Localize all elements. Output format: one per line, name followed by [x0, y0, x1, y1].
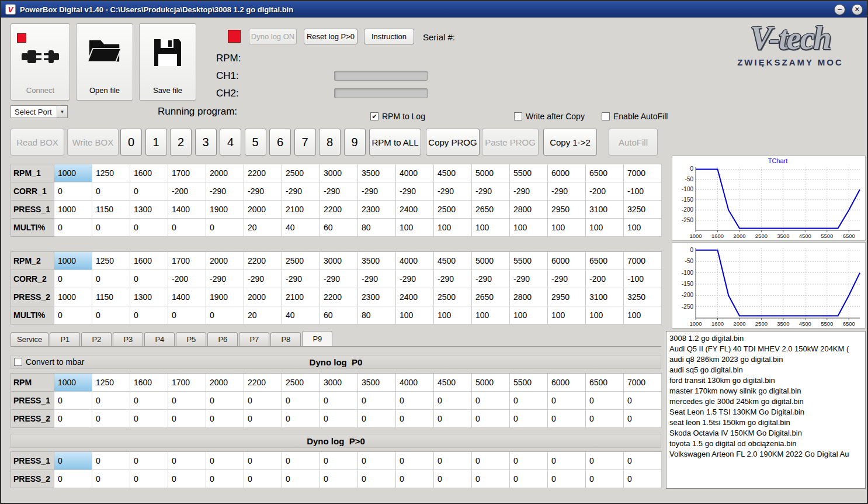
table-cell[interactable]: 0 [168, 392, 206, 410]
table-cell[interactable]: 80 [358, 219, 396, 237]
digit-button-0[interactable]: 0 [120, 129, 142, 156]
table-cell[interactable]: 0 [92, 410, 130, 428]
table-cell[interactable]: 0 [168, 470, 206, 488]
table-cell[interactable]: 5000 [472, 374, 510, 392]
table-cell[interactable]: 2500 [434, 201, 472, 219]
table-cell[interactable]: 100 [624, 306, 662, 325]
table-cell[interactable]: 0 [130, 270, 168, 288]
table-cell[interactable]: 0 [472, 410, 510, 428]
table-cell[interactable]: 3000 [320, 374, 358, 392]
table-cell[interactable]: 0 [510, 392, 548, 410]
digit-button-4[interactable]: 4 [220, 129, 241, 156]
table-cell[interactable]: 2300 [358, 201, 396, 219]
table-cell[interactable]: 0 [168, 452, 206, 470]
table-cell[interactable]: 2650 [472, 288, 510, 306]
table-cell[interactable]: 1150 [92, 288, 130, 306]
table-cell[interactable]: 0 [320, 410, 358, 428]
table-cell[interactable]: 1300 [130, 288, 168, 306]
table-cell[interactable]: 2650 [472, 201, 510, 219]
table-cell[interactable]: 2000 [244, 288, 282, 306]
table-cell[interactable]: 0 [92, 182, 130, 201]
table-cell[interactable]: -290 [320, 270, 358, 288]
table-cell[interactable]: -290 [358, 270, 396, 288]
table-cell[interactable]: -290 [282, 270, 320, 288]
table-cell[interactable]: 0 [206, 219, 244, 237]
table-cell[interactable]: 1300 [130, 201, 168, 219]
convert-to-mbar-checkbox[interactable]: Convert to mbar [14, 357, 84, 367]
table-cell[interactable]: 2500 [282, 374, 320, 392]
table-cell[interactable]: 100 [548, 219, 586, 237]
table-cell[interactable]: -100 [624, 270, 662, 288]
table-cell[interactable]: 60 [320, 306, 358, 325]
table-cell[interactable]: 0 [92, 452, 130, 470]
table-cell[interactable]: -290 [472, 270, 510, 288]
table-cell[interactable]: 2400 [396, 201, 434, 219]
tab-p8[interactable]: P8 [270, 332, 301, 346]
table-cell[interactable]: 0 [396, 452, 434, 470]
table-cell[interactable]: 2200 [244, 252, 282, 270]
table-cell[interactable]: 2200 [320, 201, 358, 219]
table-cell[interactable]: 5000 [472, 252, 510, 270]
table-cell[interactable]: 0 [244, 452, 282, 470]
table-cell[interactable]: 100 [434, 306, 472, 325]
table-cell[interactable]: 0 [282, 452, 320, 470]
table-cell[interactable]: 0 [130, 306, 168, 325]
table-cell[interactable]: 0 [396, 470, 434, 488]
write-after-copy-checkbox[interactable]: Write after Copy [514, 112, 585, 121]
digit-button-5[interactable]: 5 [245, 129, 266, 156]
table-cell[interactable]: 0 [472, 452, 510, 470]
tab-p4[interactable]: P4 [144, 332, 175, 346]
table-cell[interactable]: -200 [586, 270, 624, 288]
table-cell[interactable]: 0 [130, 470, 168, 488]
table-cell[interactable]: 100 [548, 306, 586, 325]
table-cell[interactable]: -290 [472, 182, 510, 201]
open-file-button[interactable]: Open file [76, 23, 133, 101]
file-list-item[interactable]: toyota 1.5 go digital od obciążenia.bin [669, 439, 862, 449]
table-cell[interactable]: -290 [206, 270, 244, 288]
file-list-item[interactable]: audi sq5 go digital.bin [669, 365, 862, 375]
table-cell[interactable]: 40 [282, 219, 320, 237]
table-cell[interactable]: 100 [586, 219, 624, 237]
table-cell[interactable]: 1900 [206, 288, 244, 306]
write-box-button[interactable]: Write BOX [67, 129, 119, 156]
table-cell[interactable]: 7000 [624, 164, 662, 182]
digit-button-7[interactable]: 7 [294, 129, 316, 156]
table-cell[interactable]: 2200 [244, 164, 282, 182]
table-cell[interactable]: 0 [282, 470, 320, 488]
table-cell[interactable]: 0 [92, 392, 130, 410]
copy-prog-button[interactable]: Copy PROG [426, 129, 480, 156]
table-cell[interactable]: 4500 [434, 374, 472, 392]
table-cell[interactable]: 0 [358, 470, 396, 488]
digit-button-6[interactable]: 6 [269, 129, 291, 156]
table-cell[interactable]: 0 [434, 470, 472, 488]
file-list-item[interactable]: master 170km nowy silnik go digital.bin [669, 386, 862, 396]
table-cell[interactable]: 2200 [244, 374, 282, 392]
rpm-to-log-checkbox[interactable]: ✔ RPM to Log [370, 112, 425, 121]
table-cell[interactable]: -290 [434, 270, 472, 288]
table-cell[interactable]: 0 [54, 410, 92, 428]
table-cell[interactable]: 2950 [548, 201, 586, 219]
table-cell[interactable]: 6500 [586, 374, 624, 392]
table-cell[interactable]: 3000 [320, 252, 358, 270]
table-cell[interactable]: -290 [244, 270, 282, 288]
table-cell[interactable]: 0 [434, 410, 472, 428]
file-list-item[interactable]: Skoda Octavia IV 150KM Go Digital.bin [669, 428, 862, 439]
table-cell[interactable]: 2800 [510, 288, 548, 306]
close-button[interactable]: ✕ [852, 4, 863, 15]
table-cell[interactable]: 3100 [586, 201, 624, 219]
table-cell[interactable]: 0 [548, 470, 586, 488]
table-cell[interactable]: 0 [510, 452, 548, 470]
table-cell[interactable]: 4000 [396, 252, 434, 270]
file-list-item[interactable]: seat leon 1.5tsi 150km go digital.bin [669, 417, 862, 428]
table-cell[interactable]: -290 [358, 182, 396, 201]
table-cell[interactable]: 100 [396, 306, 434, 325]
table-cell[interactable]: 3100 [586, 288, 624, 306]
table-cell[interactable]: 0 [434, 452, 472, 470]
table-cell[interactable]: 1000 [54, 374, 92, 392]
table-cell[interactable]: -200 [586, 182, 624, 201]
table-cell[interactable]: 6000 [548, 252, 586, 270]
table-cell[interactable]: 1600 [130, 164, 168, 182]
table-cell[interactable]: -290 [548, 182, 586, 201]
table-cell[interactable]: 6000 [548, 164, 586, 182]
table-cell[interactable]: 2800 [510, 201, 548, 219]
